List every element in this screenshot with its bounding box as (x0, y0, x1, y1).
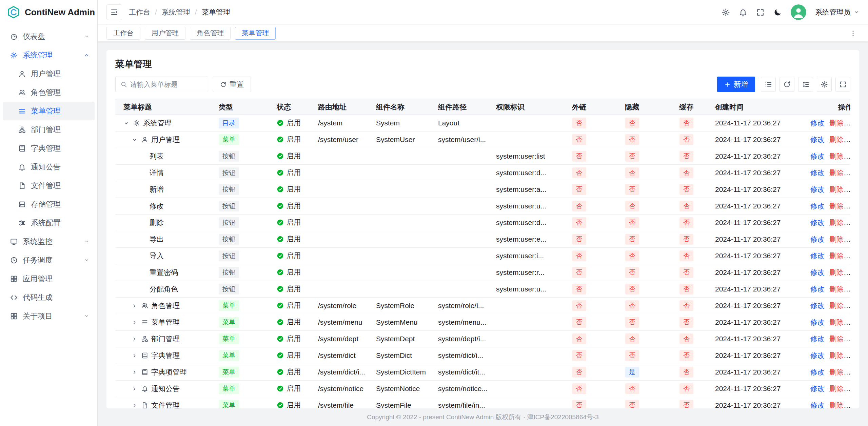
expand-collapse-icon[interactable] (130, 137, 138, 143)
sidebar-item-schedule[interactable]: 任务调度 (3, 251, 95, 269)
table-row[interactable]: 部门管理 菜单 启用 /system/dept SystemDept syste… (115, 331, 850, 347)
sidebar-item-codegen[interactable]: 代码生成 (3, 288, 95, 307)
reset-button[interactable]: 重置 (213, 77, 251, 92)
sidebar-item-config[interactable]: 系统配置 (3, 214, 95, 232)
sidebar-item-storage[interactable]: 存储管理 (3, 195, 95, 214)
edit-link[interactable]: 修改 (810, 351, 825, 359)
delete-link[interactable]: 删除 (829, 318, 844, 326)
sidebar-item-menu[interactable]: 菜单管理 (3, 102, 95, 120)
sidebar-item-role[interactable]: 角色管理 (3, 83, 95, 102)
fullscreen-button[interactable] (756, 8, 765, 17)
edit-link[interactable]: 修改 (810, 169, 825, 177)
breadcrumb-item[interactable]: 菜单管理 (202, 7, 230, 17)
expand-toggle-icon[interactable] (130, 320, 138, 325)
edit-link[interactable]: 修改 (810, 318, 825, 326)
delete-link[interactable]: 删除 (829, 169, 844, 177)
column-settings-button[interactable] (817, 77, 832, 92)
table-row[interactable]: 用户管理 菜单 启用 /system/user SystemUser syste… (115, 131, 850, 148)
user-menu[interactable]: 系统管理员 (815, 7, 859, 17)
delete-link[interactable]: 删除 (829, 385, 844, 392)
delete-link[interactable]: 删除 (829, 335, 844, 343)
delete-link[interactable]: 删除 (829, 119, 844, 127)
table-row[interactable]: 文件管理 菜单 启用 /system/file SystemFile syste… (115, 397, 850, 409)
edit-link[interactable]: 修改 (810, 285, 825, 293)
delete-link[interactable]: 删除 (829, 219, 844, 226)
delete-link[interactable]: 删除 (829, 152, 844, 160)
edit-link[interactable]: 修改 (810, 368, 825, 376)
breadcrumb-item[interactable]: 工作台 (129, 7, 150, 17)
row-height-button[interactable] (798, 77, 813, 92)
table-row[interactable]: 角色管理 菜单 启用 /system/role SystemRole syste… (115, 298, 850, 314)
delete-link[interactable]: 删除 (829, 235, 844, 243)
edit-link[interactable]: 修改 (810, 385, 825, 392)
table-fullscreen-button[interactable] (835, 77, 850, 92)
sidebar-item-monitor[interactable]: 系统监控 (3, 232, 95, 251)
expand-toggle-icon[interactable] (130, 403, 138, 408)
table-row[interactable]: 通知公告 菜单 启用 /system/notice SystemNotice s… (115, 381, 850, 397)
table-row[interactable]: 导入 按钮 启用 system:user:i... 否 否 否 2024-11-… (115, 248, 850, 264)
table-row[interactable]: 字典项管理 菜单 启用 /system/dict/i... SystemDict… (115, 364, 850, 381)
sidebar-item-dashboard[interactable]: 仪表盘 (3, 27, 95, 46)
edit-link[interactable]: 修改 (810, 235, 825, 243)
sidebar-item-system[interactable]: 系统管理 (3, 46, 95, 64)
notifications-button[interactable] (739, 8, 747, 17)
edit-link[interactable]: 修改 (810, 152, 825, 160)
sidebar-item-dict[interactable]: 字典管理 (3, 139, 95, 158)
avatar[interactable] (791, 4, 806, 20)
table-row[interactable]: 删除 按钮 启用 system:user:d... 否 否 否 2024-11-… (115, 215, 850, 231)
edit-link[interactable]: 修改 (810, 219, 825, 226)
table-row[interactable]: 导出 按钮 启用 system:user:e... 否 否 否 2024-11-… (115, 231, 850, 248)
expand-toggle-icon[interactable] (130, 353, 138, 359)
tab-role[interactable]: 角色管理 (190, 27, 231, 40)
edit-link[interactable]: 修改 (810, 136, 825, 143)
refresh-button[interactable] (780, 77, 794, 92)
sidebar-item-app[interactable]: 应用管理 (3, 269, 95, 288)
edit-link[interactable]: 修改 (810, 401, 825, 408)
menu-collapse-button[interactable] (106, 4, 122, 20)
delete-link[interactable]: 删除 (829, 285, 844, 293)
table-row[interactable]: 修改 按钮 启用 system:user:u... 否 否 否 2024-11-… (115, 198, 850, 215)
tab-user[interactable]: 用户管理 (145, 27, 185, 40)
expand-collapse-icon[interactable] (122, 120, 130, 126)
logo[interactable]: ContiNew Admin (0, 0, 97, 24)
expand-toggle-icon[interactable] (130, 386, 138, 392)
expand-toggle-icon[interactable] (130, 336, 138, 342)
edit-link[interactable]: 修改 (810, 268, 825, 276)
delete-link[interactable]: 删除 (829, 185, 844, 193)
delete-link[interactable]: 删除 (829, 401, 844, 408)
expand-toggle-icon[interactable] (130, 303, 138, 309)
delete-link[interactable]: 删除 (829, 136, 844, 143)
tab-menu[interactable]: 菜单管理 (235, 27, 276, 40)
edit-link[interactable]: 修改 (810, 302, 825, 309)
sidebar-item-dept[interactable]: 部门管理 (3, 120, 95, 139)
delete-link[interactable]: 删除 (829, 302, 844, 309)
delete-link[interactable]: 删除 (829, 202, 844, 210)
edit-link[interactable]: 修改 (810, 252, 825, 260)
expand-toggle-icon[interactable] (130, 369, 138, 375)
dark-mode-button[interactable] (773, 8, 782, 17)
table-row[interactable]: 菜单管理 菜单 启用 /system/menu SystemMenu syste… (115, 314, 850, 331)
sidebar-item-notice[interactable]: 通知公告 (3, 158, 95, 176)
edit-link[interactable]: 修改 (810, 335, 825, 343)
delete-link[interactable]: 删除 (829, 368, 844, 376)
list-view-button[interactable] (761, 77, 776, 92)
sidebar-item-about[interactable]: 关于项目 (3, 307, 95, 325)
table-row[interactable]: 列表 按钮 启用 system:user:list 否 否 否 2024-11-… (115, 148, 850, 165)
edit-link[interactable]: 修改 (810, 119, 825, 127)
add-button[interactable]: 新增 (717, 77, 755, 92)
delete-link[interactable]: 删除 (829, 252, 844, 260)
table-row[interactable]: 新增 按钮 启用 system:user:a... 否 否 否 2024-11-… (115, 181, 850, 198)
sidebar-item-user[interactable]: 用户管理 (3, 64, 95, 83)
breadcrumb-item[interactable]: 系统管理 (162, 7, 190, 17)
table-row[interactable]: 详情 按钮 启用 system:user:d... 否 否 否 2024-11-… (115, 165, 850, 181)
search-input[interactable] (130, 81, 203, 88)
table-row[interactable]: 字典管理 菜单 启用 /system/dict SystemDict syste… (115, 347, 850, 364)
tab-options-button[interactable] (847, 27, 859, 39)
edit-link[interactable]: 修改 (810, 202, 825, 210)
table-row[interactable]: 分配角色 按钮 启用 system:user:u... 否 否 否 2024-1… (115, 281, 850, 298)
sidebar-item-file[interactable]: 文件管理 (3, 176, 95, 195)
table-row[interactable]: 重置密码 按钮 启用 system:user:r... 否 否 否 2024-1… (115, 264, 850, 281)
edit-link[interactable]: 修改 (810, 185, 825, 193)
delete-link[interactable]: 删除 (829, 268, 844, 276)
delete-link[interactable]: 删除 (829, 351, 844, 359)
